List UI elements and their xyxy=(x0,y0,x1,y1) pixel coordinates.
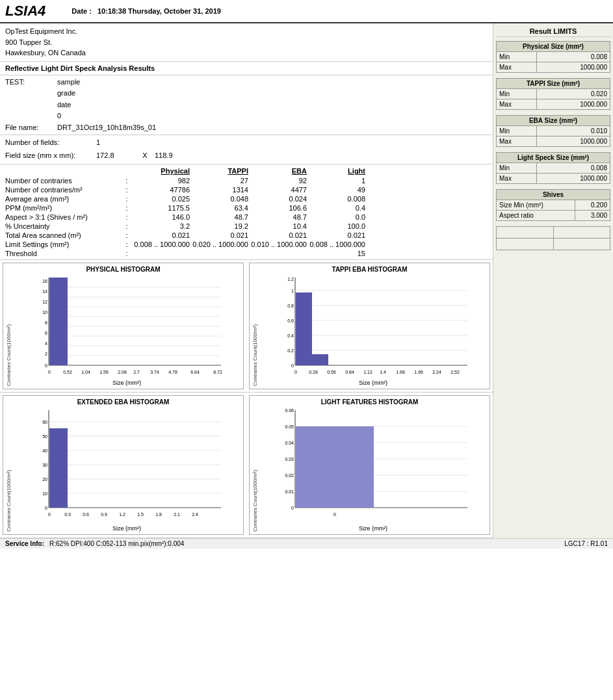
svg-text:2.24: 2.24 xyxy=(432,370,441,374)
table-row: Limit Settings (mm²) : 0.008 .. 1000.000… xyxy=(0,240,493,249)
company-line3: Hawkesbury, ON Canada xyxy=(5,47,488,58)
eba-max-value: 1000.000 xyxy=(537,136,610,147)
empty-table-1 xyxy=(496,226,610,250)
table-row: Average area (mm²) : 0.025 0.048 0.024 0… xyxy=(0,194,493,203)
svg-text:2.7: 2.7 xyxy=(133,370,140,374)
filename-row: File name: DRT_31Oct19_10h18m39s_01 xyxy=(5,122,488,134)
section-title: Reflective Light Dirt Speck Analysis Res… xyxy=(0,62,493,75)
field-size-label: Field size (mm x mm): xyxy=(5,149,96,162)
svg-text:8.72: 8.72 xyxy=(213,370,222,374)
shives-size-min-label: Size Min (mm²) xyxy=(497,200,575,211)
physical-size-header: Physical Size (mm²) xyxy=(497,42,610,52)
svg-text:2.52: 2.52 xyxy=(450,370,460,374)
company-info: OpTest Equipment Inc. 900 Tupper St. Haw… xyxy=(0,23,493,62)
svg-text:10: 10 xyxy=(42,310,47,315)
shives-aspect-value: 3.000 xyxy=(575,211,610,221)
svg-text:1.56: 1.56 xyxy=(99,370,109,374)
date-value: 10:18:38 Thursday, October 31, 2019 xyxy=(98,7,221,15)
test-label: TEST: xyxy=(5,77,57,122)
header: LSIA4 Date : 10:18:38 Thursday, October … xyxy=(0,0,613,23)
app-title: LSIA4 xyxy=(5,3,46,19)
svg-text:10: 10 xyxy=(42,491,47,496)
svg-text:0.56: 0.56 xyxy=(327,370,336,374)
tappi-x-label: Size (mm²) xyxy=(259,380,487,386)
svg-text:0: 0 xyxy=(294,370,297,374)
col-light-header: Light xyxy=(307,167,365,175)
phys-x-label: Size (mm²) xyxy=(13,380,241,386)
svg-rect-20 xyxy=(49,278,68,365)
svg-text:6.64: 6.64 xyxy=(190,370,200,374)
light-x-label: Size (mm²) xyxy=(259,525,487,532)
svg-text:4.78: 4.78 xyxy=(168,370,177,374)
svg-text:0.4: 0.4 xyxy=(287,333,294,338)
svg-text:1.04: 1.04 xyxy=(81,370,90,374)
svg-text:6: 6 xyxy=(45,331,47,335)
svg-text:1: 1 xyxy=(291,289,294,293)
test-value1: sample xyxy=(57,77,488,88)
svg-text:0: 0 xyxy=(48,512,51,517)
svg-text:1.2: 1.2 xyxy=(119,512,125,517)
physical-min-label: Min xyxy=(497,52,537,62)
table-row: Aspect > 3:1 (Shives / m²) : 146.0 48.7 … xyxy=(0,213,493,222)
shives-table: Shives Size Min (mm²) 0.200 Aspect ratio… xyxy=(496,189,610,221)
svg-text:1.96: 1.96 xyxy=(414,370,423,374)
svg-text:14: 14 xyxy=(42,289,47,294)
phys-y-label: Contraries Count(1000/m²) xyxy=(6,274,12,386)
table-row: Number of contraries : 982 27 92 1 xyxy=(0,176,493,185)
ext-eba-hist-title: EXTENDED EBA HISTOGRAM xyxy=(6,398,241,406)
svg-text:0.84: 0.84 xyxy=(345,370,354,374)
svg-rect-46 xyxy=(296,292,312,365)
field-size-val2: 118.9 xyxy=(155,149,194,162)
light-speck-header: Light Speck Size (mm²) xyxy=(497,153,610,163)
svg-text:0.3: 0.3 xyxy=(64,512,71,517)
tappi-max-label: Max xyxy=(497,99,537,110)
data-table: Physical TAPPI EBA Light Number of contr… xyxy=(0,164,493,260)
svg-text:40: 40 xyxy=(42,448,47,453)
light-y-label: Contraries Count(1000/m²) xyxy=(252,407,258,532)
tappi-y-label: Contraries Count(1000/m²) xyxy=(252,274,258,386)
svg-text:0.8: 0.8 xyxy=(287,304,294,308)
col-tappi-header: TAPPI xyxy=(190,167,248,175)
svg-text:2.1: 2.1 xyxy=(174,512,180,517)
test-value3: date xyxy=(57,99,488,111)
field-info: Number of fields: 1 Field size (mm x mm)… xyxy=(0,135,493,164)
svg-text:0.05: 0.05 xyxy=(285,424,294,429)
ext-eba-histogram-chart: 0 10 20 30 40 50 60 xyxy=(13,407,241,524)
test-value2: grade xyxy=(57,88,488,99)
ext-eba-x-label: Size (mm²) xyxy=(13,525,241,532)
phys-histogram-chart: 0 2 4 6 8 10 12 14 16 xyxy=(13,274,241,378)
svg-text:2.4: 2.4 xyxy=(192,512,198,517)
svg-text:1.68: 1.68 xyxy=(396,370,405,374)
company-line2: 900 Tupper St. xyxy=(5,37,488,48)
svg-rect-47 xyxy=(312,354,328,365)
svg-text:30: 30 xyxy=(42,463,47,467)
histogram-row-1: PHYSICAL HISTOGRAM Contraries Count(1000… xyxy=(0,260,493,393)
tappi-min-value: 0.020 xyxy=(537,89,610,99)
light-histogram-chart: 0 0.01 0.02 0.03 0.04 0.05 0.06 xyxy=(259,407,487,524)
filename-label: File name: xyxy=(5,122,57,134)
svg-text:20: 20 xyxy=(42,477,47,482)
num-fields-label: Number of fields: xyxy=(5,136,96,149)
tappi-min-label: Min xyxy=(497,89,537,99)
phys-hist-title: PHYSICAL HISTOGRAM xyxy=(6,266,241,273)
shives-aspect-label: Aspect ratio xyxy=(497,211,575,221)
eba-min-value: 0.010 xyxy=(537,126,610,136)
field-size-val1: 172.8 xyxy=(96,149,135,162)
svg-rect-74 xyxy=(49,428,68,508)
tappi-histogram-chart: 0 0.2 0.4 0.6 0.8 1 1.2 xyxy=(259,274,487,378)
table-header: Physical TAPPI EBA Light xyxy=(0,166,493,176)
num-fields-value: 1 xyxy=(96,136,148,149)
service-right: LGC17 : R1.01 xyxy=(564,540,608,547)
light-speck-min-label: Min xyxy=(497,163,537,174)
date-label: Date : xyxy=(72,7,92,15)
eba-max-label: Max xyxy=(497,136,537,147)
table-row: % Uncertainty : 3.2 19.2 10.4 100.0 xyxy=(0,222,493,231)
table-row: PPM (mm²/m²) : 1175.5 63.4 106.6 0.4 xyxy=(0,203,493,213)
eba-size-header: EBA Size (mm²) xyxy=(497,116,610,126)
ext-eba-y-label: Contraries Count(1000/m²) xyxy=(6,407,12,532)
tappi-hist-title: TAPPI EBA HISTOGRAM xyxy=(252,266,487,273)
result-limits-title: Result LIMITS xyxy=(496,26,610,37)
svg-text:12: 12 xyxy=(42,300,47,304)
shives-header: Shives xyxy=(497,190,610,200)
physical-max-value: 1000.000 xyxy=(537,62,610,73)
